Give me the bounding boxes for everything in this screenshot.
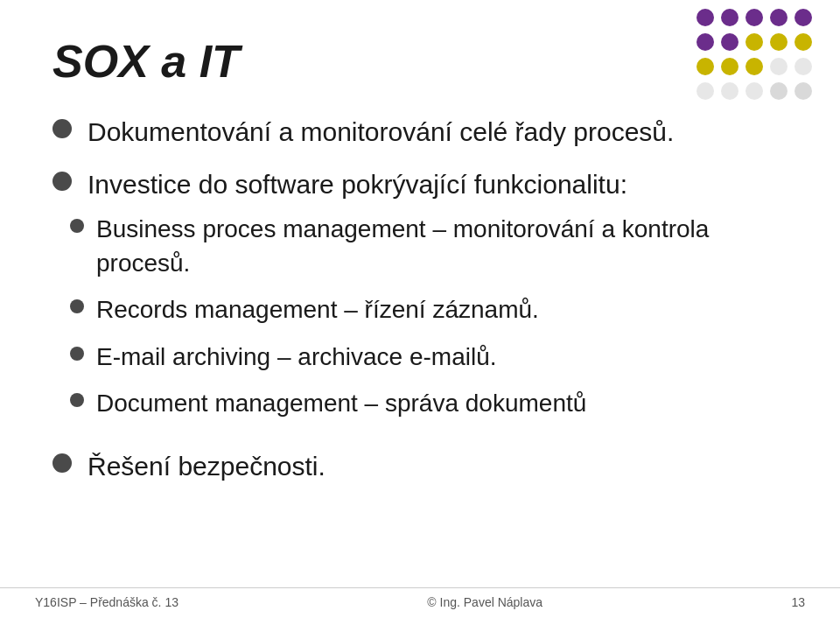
circle-13 (746, 58, 763, 75)
sub-bullet-dot-2 (70, 299, 84, 313)
circle-14 (770, 58, 788, 75)
circle-2 (721, 9, 738, 26)
bullet-text-2: Investice do software pokrývající funkci… (88, 166, 627, 203)
circle-15 (794, 58, 812, 75)
sub-bullet-item-1: Business proces management – monitorován… (70, 212, 788, 280)
bullet-text-3: Řešení bezpečnosti. (88, 448, 326, 485)
sub-bullet-dot-4 (70, 393, 84, 407)
sub-bullet-text-4: Document management – správa dokumentů (96, 386, 586, 420)
bullet-text-1: Dokumentování a monitorování celé řady p… (88, 114, 674, 151)
circle-19 (770, 82, 788, 100)
content-area: Dokumentování a monitorování celé řady p… (52, 114, 788, 501)
circle-17 (721, 82, 738, 100)
circle-11 (696, 58, 714, 75)
footer: Y16ISP – Přednáška č. 13 © Ing. Pavel Ná… (0, 587, 840, 609)
circle-4 (770, 9, 788, 26)
sub-bullet-item-3: E-mail archiving – archivace e-mailů. (70, 340, 788, 374)
footer-center: © Ing. Pavel Náplava (427, 595, 542, 609)
footer-left: Y16ISP – Přednáška č. 13 (35, 595, 178, 609)
circle-1 (696, 9, 714, 26)
sub-bullet-item-2: Records management – řízení záznamů. (70, 292, 788, 327)
sub-bullet-dot-3 (70, 347, 84, 361)
bullet-dot-1 (52, 119, 72, 138)
circle-8 (746, 33, 763, 51)
sub-bullet-text-1: Business proces management – monitorován… (96, 212, 788, 280)
circle-12 (721, 58, 738, 75)
circle-16 (696, 82, 714, 100)
circle-20 (794, 82, 812, 100)
sub-bullets-2: Business proces management – monitorován… (70, 212, 788, 432)
circle-9 (770, 33, 788, 51)
slide: SOX a IT Dokumentování a monitorování ce… (0, 0, 840, 625)
circle-5 (794, 9, 812, 26)
bullet-item-1: Dokumentování a monitorování celé řady p… (52, 114, 788, 151)
circle-10 (794, 33, 812, 51)
slide-title: SOX a IT (52, 35, 788, 88)
bullet-item-3: Řešení bezpečnosti. (52, 448, 788, 485)
sub-bullet-text-2: Records management – řízení záznamů. (96, 292, 539, 327)
sub-bullet-text-3: E-mail archiving – archivace e-mailů. (96, 340, 497, 374)
circle-6 (696, 33, 714, 51)
decorative-circles (696, 9, 814, 102)
circle-18 (746, 82, 763, 100)
sub-bullet-dot-1 (70, 219, 84, 233)
circle-3 (746, 9, 763, 26)
bullet-dot-3 (52, 453, 72, 473)
footer-right: 13 (791, 595, 805, 609)
circle-7 (721, 33, 738, 51)
sub-bullet-item-4: Document management – správa dokumentů (70, 386, 788, 420)
bullet-item-2: Investice do software pokrývající funkci… (52, 166, 788, 432)
bullet-dot-2 (52, 172, 72, 191)
